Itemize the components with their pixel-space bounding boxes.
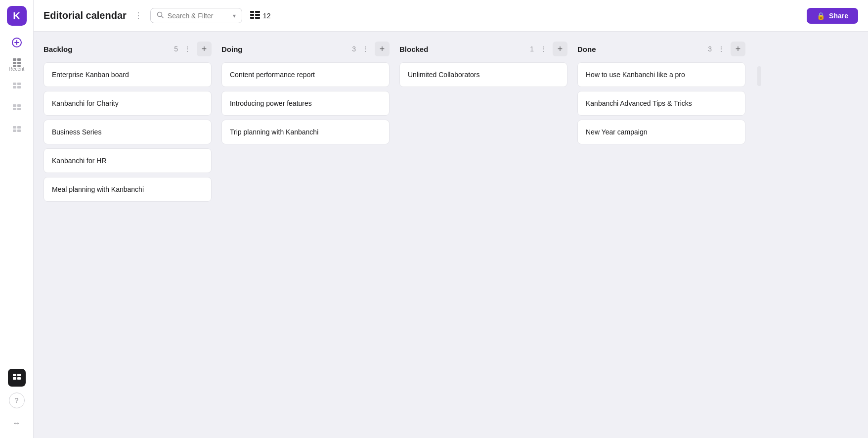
app-logo[interactable]: K	[7, 6, 27, 26]
title-menu-button[interactable]	[134, 11, 142, 20]
card-c10[interactable]: How to use Kanbanchi like a pro	[577, 62, 745, 87]
scrollbar-strip[interactable]	[757, 66, 761, 86]
column-title-blocked: Blocked	[399, 45, 428, 53]
grid-view-icon	[250, 11, 260, 20]
column-header-doing: Doing 3 +	[221, 42, 390, 56]
svg-rect-11	[13, 86, 16, 88]
svg-line-26	[161, 16, 163, 18]
svg-rect-32	[255, 17, 260, 19]
share-button[interactable]: 🔒 Share	[807, 8, 858, 24]
card-title-c7: Introducing power features	[230, 99, 312, 107]
search-input[interactable]	[168, 12, 227, 20]
card-title-c5: Meal planning with Kanbanchi	[52, 185, 144, 193]
column-menu-button-blocked[interactable]	[538, 44, 549, 54]
svg-rect-31	[250, 17, 254, 19]
chevron-down-icon: ▾	[233, 12, 236, 19]
svg-rect-28	[255, 11, 260, 13]
sidebar-item-active-board[interactable]	[8, 369, 26, 387]
column-add-button-doing[interactable]: +	[375, 42, 390, 56]
expand-icon: ↔	[13, 419, 21, 428]
svg-rect-23	[13, 377, 16, 380]
column-menu-button-done[interactable]	[716, 44, 727, 54]
card-c5[interactable]: Meal planning with Kanbanchi	[43, 177, 212, 202]
svg-rect-12	[17, 86, 21, 88]
grid-count-display: 12	[250, 11, 271, 20]
search-filter-bar[interactable]: ▾	[150, 8, 242, 23]
card-title-c4: Kanbanchi for HR	[52, 157, 107, 165]
card-c9[interactable]: Unlimited Collaborators	[399, 62, 567, 87]
card-c8[interactable]: Trip planning with Kanbanchi	[221, 120, 390, 144]
column-count-doing: 3	[352, 45, 356, 53]
column-header-backlog: Backlog 5 +	[43, 42, 212, 56]
card-c11[interactable]: Kanbanchi Advanced Tips & Tricks	[577, 91, 745, 116]
card-title-c6: Content performance report	[230, 71, 315, 79]
card-title-c12: New Year campaign	[586, 128, 648, 136]
card-c7[interactable]: Introducing power features	[221, 91, 390, 116]
card-title-c1: Enterprise Kanban board	[52, 71, 129, 79]
card-c2[interactable]: Kanbanchi for Charity	[43, 91, 212, 116]
card-c6[interactable]: Content performance report	[221, 62, 390, 87]
sidebar-item-board-3[interactable]	[8, 99, 26, 117]
card-c1[interactable]: Enterprise Kanban board	[43, 62, 212, 87]
svg-rect-29	[250, 14, 254, 16]
svg-rect-13	[13, 104, 16, 107]
svg-rect-16	[17, 108, 21, 110]
column-header-done: Done 3 +	[577, 42, 745, 56]
column-count-backlog: 5	[174, 45, 178, 53]
card-title-c8: Trip planning with Kanbanchi	[230, 128, 318, 136]
card-count: 12	[263, 12, 271, 20]
column-backlog: Backlog 5 + Enterprise Kanban board Kanb…	[43, 42, 212, 428]
recent-label: Recent	[9, 66, 25, 72]
svg-rect-19	[13, 130, 16, 132]
card-c3[interactable]: Business Series	[43, 120, 212, 144]
svg-rect-3	[13, 58, 16, 61]
sidebar: K Recent ? ↔	[0, 0, 34, 438]
svg-rect-4	[17, 58, 21, 61]
card-title-c11: Kanbanchi Advanced Tips & Tricks	[586, 99, 692, 107]
help-icon-button[interactable]: ?	[9, 393, 25, 408]
svg-rect-30	[255, 14, 260, 16]
column-title-done: Done	[577, 45, 596, 53]
sidebar-item-add[interactable]	[8, 34, 26, 51]
column-add-button-blocked[interactable]: +	[553, 42, 567, 56]
header: Editorial calendar ▾ 12 🔒 Share	[34, 0, 868, 32]
expand-collapse-button[interactable]: ↔	[8, 414, 26, 432]
card-c12[interactable]: New Year campaign	[577, 120, 745, 144]
svg-rect-9	[13, 83, 16, 85]
svg-rect-10	[17, 83, 21, 85]
page-title: Editorial calendar	[43, 10, 127, 21]
column-doing: Doing 3 + Content performance report Int…	[221, 42, 390, 428]
column-menu-button-doing[interactable]	[360, 44, 371, 54]
column-add-button-backlog[interactable]: +	[197, 42, 212, 56]
column-header-blocked: Blocked 1 +	[399, 42, 567, 56]
card-title-c3: Business Series	[52, 128, 101, 136]
svg-rect-27	[250, 11, 254, 13]
lock-icon: 🔒	[817, 12, 825, 20]
sidebar-item-board-2[interactable]	[8, 78, 26, 95]
column-title-backlog: Backlog	[43, 45, 72, 53]
column-count-done: 3	[708, 45, 712, 53]
card-title-c2: Kanbanchi for Charity	[52, 99, 119, 107]
card-title-c10: How to use Kanbanchi like a pro	[586, 71, 685, 79]
svg-rect-15	[13, 108, 16, 110]
sidebar-item-board-4[interactable]	[8, 121, 26, 139]
sidebar-item-recent-board[interactable]: Recent	[8, 55, 26, 74]
card-title-c9: Unlimited Collaborators	[408, 71, 480, 79]
column-blocked: Blocked 1 + Unlimited Collaborators	[399, 42, 567, 428]
column-menu-button-backlog[interactable]	[182, 44, 193, 54]
search-icon	[157, 11, 164, 20]
column-done: Done 3 + How to use Kanbanchi like a pro…	[577, 42, 745, 428]
svg-rect-24	[17, 377, 21, 380]
svg-rect-6	[17, 62, 21, 64]
help-icon: ?	[15, 396, 19, 404]
main-content: Editorial calendar ▾ 12 🔒 Share Backlog …	[34, 0, 868, 438]
column-add-button-done[interactable]: +	[731, 42, 745, 56]
svg-rect-20	[17, 130, 21, 132]
kanban-board: Backlog 5 + Enterprise Kanban board Kanb…	[34, 32, 868, 438]
share-label: Share	[829, 12, 848, 20]
svg-rect-17	[13, 126, 16, 129]
svg-rect-18	[17, 126, 21, 129]
svg-rect-5	[13, 62, 16, 64]
card-c4[interactable]: Kanbanchi for HR	[43, 148, 212, 173]
svg-rect-21	[13, 374, 16, 376]
